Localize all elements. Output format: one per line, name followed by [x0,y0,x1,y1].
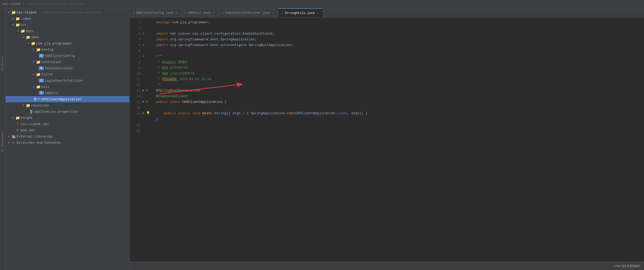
tree-item-cas-client[interactable]: ▼ 📁 cas-client C:\Users\82320\Desktop\ca… [6,9,129,16]
tree-item-CASClientApplication[interactable]: C 🌱 CASClientApplication [6,96,129,102]
tab-label-StringUtils: StringUtils.java [285,11,315,15]
tree-item-package[interactable]: ▼ 📁 com.yjq.programmer [6,40,129,47]
icon-config-folder: 📁 [36,48,41,52]
tab-icon-CASUtil: C [185,11,187,14]
arrow-controller: ▼ [32,61,36,64]
label-target: target [21,116,33,120]
label-package: com.yjq.programmer [36,42,72,45]
code-line-1: package com.yjq.programmer; [156,20,644,25]
tab-LoginUserInfoFilter[interactable]: C LoginUserInfoFilter.java × [219,8,278,17]
code-line-8: * @author 杨杨吖 [156,59,644,65]
tab-close-LoginUserInfoFilter[interactable]: × [271,11,275,15]
code-line-7: /** [156,54,644,59]
tree-item-CASFilterConfig[interactable]: C CASFilterConfig [6,53,129,59]
tree-item-iml[interactable]: ≡ cas-client.iml [6,121,129,127]
arrow-scratches: ▶ [7,141,11,144]
tree-item-LoginUserInfoFilter[interactable]: C LoginUserInfoFilter [6,78,129,84]
tree-item-main[interactable]: ▼ 📁 main [6,28,129,34]
arrow-external-libraries: ▶ [7,135,11,138]
arrow-filter: ▼ [32,73,36,76]
code-line-9: * @QQ 823208782 [156,65,644,71]
label-scratches: Scratches and Consoles [17,141,61,145]
icon-application-properties: 🍃 [28,110,34,114]
arrow-idea: ▶ [11,17,15,20]
tab-bar: C CASFilterConfig.java × C CASUtil.java … [130,8,644,18]
tab-icon-LoginUserInfoFilter: C [222,11,224,14]
tree-item-target[interactable]: ▶ 📁 target [6,115,129,121]
tab-label-CASUtil: CASUtil.java [188,11,210,15]
icon-CASUtil: C [39,91,44,95]
tree-item-resources[interactable]: ▼ 📁 resources [6,102,129,109]
tree-item-config[interactable]: ▼ 📁 config [6,47,129,53]
arrow-cas-client: ▼ [7,11,11,14]
tree-item-src[interactable]: ▼ 📁 src [6,22,129,28]
tree-item-application-properties[interactable]: 🍃 application.properties [6,109,129,115]
tab-StringUtils[interactable]: C StringUtils.java × [278,8,323,17]
structure-tab-label[interactable]: Structure [1,57,4,71]
icon-TestController: C [39,66,44,70]
arrow-resources: ▼ [21,104,25,107]
arrow-config: ▼ [32,48,36,51]
arrow-src: ▼ [11,24,15,26]
code-line-3: import net.unicon.cas.client.configurati… [156,31,644,37]
tab-close-StringUtils[interactable]: × [316,11,320,15]
status-bar: CSDN @这里是杨杨吖 [130,262,644,270]
tab-CASUtil[interactable]: C CASUtil.java × [182,8,219,17]
icon-external-libraries: 📚 [11,134,16,139]
icon-target-folder: 📁 [15,116,20,120]
icon-scratches: ✎ [11,141,16,145]
tree-item-pom[interactable]: m pom.xml [6,127,129,133]
status-right: CSDN @这里是杨杨吖 [614,264,641,268]
label-java: java [31,35,39,39]
icon-CASFilterConfig: C [39,54,44,58]
line-numbers: 1 2 3 4 5 6 7 8 9 10 11 12 13 14 15 16 1 [130,18,143,262]
tab-label-CASFilterConfig: CASFilterConfig.java [136,11,173,15]
icon-controller-folder: 📁 [36,60,41,64]
code-line-11: * @create 2023-03-02 20:18 [156,76,644,82]
label-external-libraries: External Libraries [17,135,53,138]
top-bar: cas-client C:\Users\82320\Desktop\cas\ca… [0,0,644,8]
label-CASUtil: CASUtil [45,91,59,95]
tree-item-filter[interactable]: ▼ 📁 filter [6,71,129,78]
tab-CASFilterConfig[interactable]: C CASFilterConfig.java × [130,8,182,17]
tree-item-controller[interactable]: ▼ 📁 controller [6,59,129,65]
arrow-main: ▼ [16,30,20,33]
label-controller: controller [41,60,61,64]
tree-item-util[interactable]: ▼ 📁 util [6,84,129,90]
label-TestController: TestController [45,66,73,70]
arrow-java: ▼ [21,36,25,39]
tab-icon-StringUtils: C [281,12,283,15]
arrow-package: ▼ [26,42,30,45]
icon-pom: m [15,128,20,132]
tab-close-CASFilterConfig[interactable]: × [175,11,178,15]
code-line-22 [156,122,644,128]
tree-item-idea[interactable]: ▶ 📁 .idea [6,16,129,22]
icon-resources-folder: 📁 [25,103,30,108]
tree-item-TestController[interactable]: C TestController [6,65,129,71]
code-line-6 [156,48,644,54]
tree-item-java[interactable]: ▼ 📁 java [6,34,129,40]
icon-CASClientApplication: C 🌱 [34,97,40,101]
label-CASClientApplication: CASClientApplication [41,97,81,101]
code-line-12: */ [156,82,644,88]
icon-src-folder: 📁 [15,23,20,27]
code-editor[interactable]: package com.yjq.programmer; import net.u… [152,18,644,262]
code-line-10: * @WX yjqi12345678 [156,71,644,76]
code-line-21: } [156,116,644,122]
arrow-target: ▶ [11,116,15,119]
label-idea: .idea [21,17,31,21]
tree-item-external-libraries[interactable]: ▶ 📚 External Libraries [6,133,129,140]
icon-package: 📁 [30,41,36,46]
code-line-2 [156,25,644,31]
code-line-14: @EnableCasClient [156,94,644,99]
icon-iml: ≡ [15,122,20,126]
project-path: C:\Users\82320\Desktop\cas\cas-client [23,3,86,6]
label-application-properties: application.properties [34,110,78,114]
tab-label-LoginUserInfoFilter: LoginUserInfoFilter.java [225,11,270,15]
label-util: util [41,85,49,89]
z-structure-label: Z: Structure [1,133,4,151]
code-line-17: public static void main( String[] args )… [156,111,644,116]
tree-item-CASUtil[interactable]: C CASUtil [6,90,129,96]
tab-close-CASUtil[interactable]: × [212,11,216,15]
tree-item-scratches[interactable]: ▶ ✎ Scratches and Consoles [6,140,129,146]
